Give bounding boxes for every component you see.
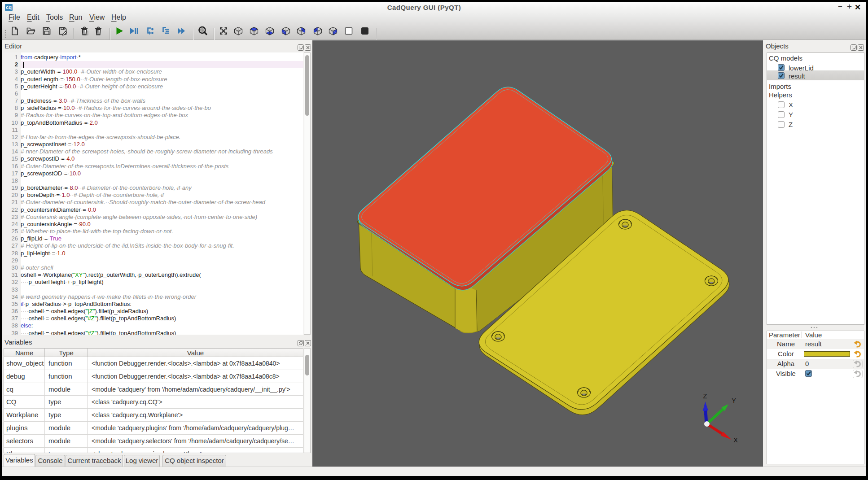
svg-text:Z: Z [703,393,707,400]
svg-text:X: X [733,436,738,444]
svg-text:Y: Y [732,397,736,404]
